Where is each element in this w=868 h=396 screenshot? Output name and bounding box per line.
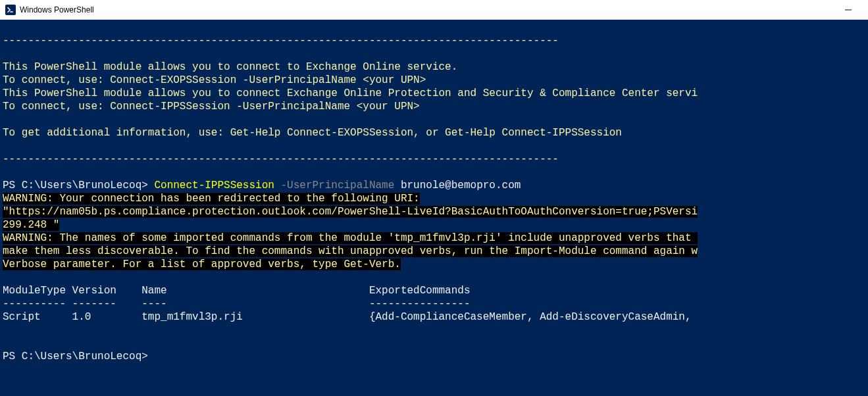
prompt-line-1: PS C:\Users\BrunoLecoq> Connect-IPPSSess…	[3, 179, 865, 192]
command-param: -UserPrincipalName	[280, 180, 400, 191]
window-title: Windows PowerShell	[20, 5, 94, 14]
table-header: ModuleType Version Name ExportedCommands	[3, 284, 865, 297]
powershell-icon	[5, 5, 16, 15]
warning-line-1: WARNING: Your connection has been redire…	[3, 192, 865, 205]
warning-line-4: WARNING: The names of some imported comm…	[3, 232, 865, 245]
command-name: Connect-IPPSSession	[154, 180, 280, 191]
blank-line	[3, 324, 865, 337]
terminal-area[interactable]: ----------------------------------------…	[0, 20, 868, 396]
blank-line	[3, 337, 865, 350]
blank-line	[3, 113, 865, 126]
warning-line-3: 299.248 "	[3, 218, 865, 232]
window-titlebar[interactable]: Windows PowerShell	[0, 0, 868, 20]
ps-prompt: PS C:\Users\BrunoLecoq>	[3, 180, 154, 191]
command-arg: brunole@bemopro.com	[401, 180, 521, 191]
banner-line1: This PowerShell module allows you to con…	[3, 61, 865, 74]
banner-line2: To connect, use: Connect-EXOPSSession -U…	[3, 74, 865, 87]
prompt-line-2: PS C:\Users\BrunoLecoq>	[3, 350, 865, 363]
warning-line-2: "https://nam05b.ps.compliance.protection…	[3, 205, 865, 218]
table-row: Script 1.0 tmp_m1fmvl3p.rji {Add-Complia…	[3, 310, 865, 324]
banner-hr-bottom: ----------------------------------------…	[3, 153, 865, 166]
warning-line-6: Verbose parameter. For a list of approve…	[3, 258, 865, 271]
blank-line	[3, 139, 865, 153]
blank-line	[3, 271, 865, 284]
blank-line	[3, 166, 865, 179]
blank-line	[3, 47, 865, 61]
banner-line3: This PowerShell module allows you to con…	[3, 87, 865, 100]
banner-line5: To get additional information, use: Get-…	[3, 126, 865, 139]
banner-line4: To connect, use: Connect-IPPSSession -Us…	[3, 100, 865, 113]
minimize-button[interactable]	[833, 0, 863, 20]
warning-line-5: make them less discoverable. To find the…	[3, 245, 865, 258]
table-separator: ---------- ------- ---- ----------------	[3, 297, 865, 310]
blank-line	[3, 21, 865, 34]
banner-hr-top: ----------------------------------------…	[3, 34, 865, 47]
